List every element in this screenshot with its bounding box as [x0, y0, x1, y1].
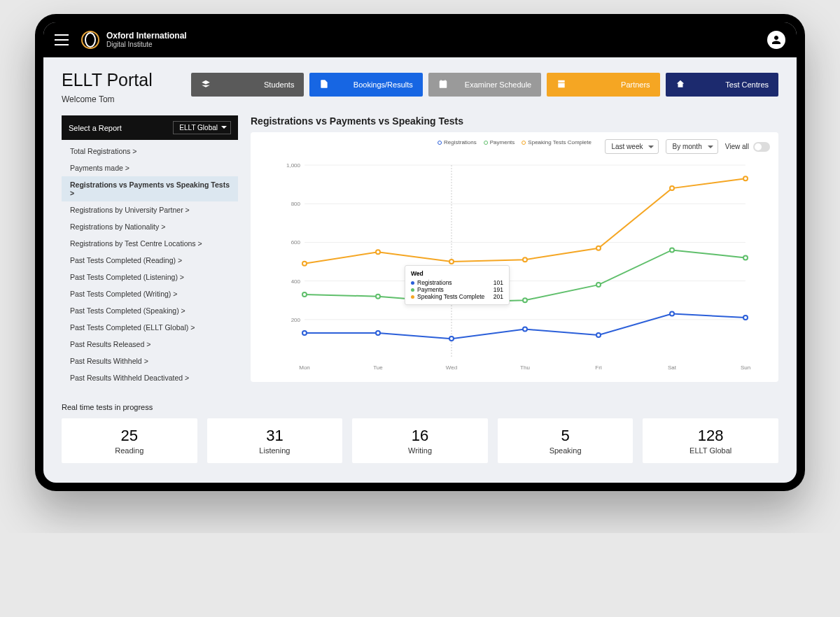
svg-point-26 [376, 295, 380, 299]
brand-line1: Oxford International [106, 31, 187, 41]
svg-text:Sat: Sat [668, 364, 677, 371]
range-select[interactable]: Last week [605, 139, 659, 154]
welcome-text: Welcome Tom [62, 94, 177, 104]
svg-point-28 [523, 298, 527, 302]
stat-number: 128 [647, 427, 774, 445]
stat-card: 128ELLT Global [643, 418, 778, 463]
svg-point-23 [670, 312, 674, 316]
svg-point-18 [302, 331, 307, 335]
stat-card: 5Speaking [498, 418, 634, 463]
nav-tab-icon [201, 79, 211, 90]
stat-label: Writing [356, 446, 484, 455]
viewall-toggle[interactable] [753, 142, 770, 152]
stat-number: 5 [502, 427, 629, 445]
sidebar-item[interactable]: Registrations by Test Centre Locations > [62, 235, 238, 252]
nav-tab-label: Bookings/Results [354, 80, 413, 89]
chart-title: Registrations vs Payments vs Speaking Te… [251, 115, 778, 127]
svg-point-30 [670, 248, 674, 252]
svg-point-25 [302, 292, 307, 297]
nav-tab-label: Partners [621, 80, 650, 89]
sidebar-title: Select a Report [69, 124, 122, 132]
nav-tab-test-centres[interactable]: Test Centres [666, 73, 778, 97]
tooltip-row: Payments191 [411, 286, 503, 293]
sidebar-item[interactable]: Past Results Released > [62, 336, 238, 353]
svg-text:Tue: Tue [373, 364, 383, 371]
stat-label: Listening [211, 446, 339, 455]
svg-point-33 [376, 250, 380, 254]
nav-tab-icon [556, 79, 566, 90]
nav-tab-icon [438, 79, 448, 90]
account-icon[interactable] [767, 31, 785, 49]
svg-text:1,000: 1,000 [286, 162, 301, 169]
stats-title: Real time tests in progress [62, 403, 778, 411]
svg-point-35 [523, 257, 527, 262]
stat-card: 25Reading [62, 418, 197, 463]
logo-icon [81, 31, 99, 49]
svg-text:600: 600 [291, 239, 301, 246]
svg-point-38 [743, 176, 748, 180]
svg-point-24 [743, 315, 748, 320]
sidebar-item[interactable]: Registrations by Nationality > [62, 218, 238, 235]
nav-tab-icon [319, 79, 329, 90]
svg-point-19 [376, 331, 380, 335]
sidebar-item[interactable]: Past Tests Completed (Writing) > [62, 285, 238, 302]
stat-number: 16 [356, 427, 484, 445]
sidebar-item[interactable]: Past Results Withheld > [62, 353, 238, 369]
chart-card: RegistrationsPaymentsSpeaking Tests Comp… [251, 132, 778, 382]
report-sidebar: Select a Report ELLT Global Total Regist… [62, 115, 238, 389]
svg-point-32 [302, 262, 307, 266]
nav-tab-students[interactable]: Students [191, 73, 304, 97]
report-scope-select[interactable]: ELLT Global [173, 121, 231, 134]
sidebar-item[interactable]: Registrations by University Partner > [62, 201, 238, 218]
viewall-label: View all [725, 143, 749, 150]
nav-tab-label: Test Centres [725, 80, 769, 89]
svg-text:Fri: Fri [595, 364, 602, 371]
sidebar-item[interactable]: Past Tests Completed (Speaking) > [62, 302, 238, 319]
legend-item: Registrations [438, 139, 477, 146]
nav-tab-icon [676, 79, 685, 90]
tooltip-row: Speaking Tests Complete201 [411, 293, 503, 300]
sidebar-item[interactable]: Total Registrations > [62, 143, 238, 159]
svg-point-29 [596, 283, 601, 287]
svg-point-37 [670, 186, 674, 190]
stat-number: 25 [66, 427, 193, 445]
nav-tab-bookings-results[interactable]: Bookings/Results [309, 73, 422, 97]
brand-line2: Digital Institute [106, 41, 187, 48]
chart-tooltip: Wed Registrations101Payments191Speaking … [405, 265, 510, 305]
tooltip-row: Registrations101 [411, 279, 503, 286]
svg-point-21 [523, 327, 527, 332]
sidebar-item[interactable]: Past Tests Completed (ELLT Global) > [62, 319, 238, 336]
menu-icon[interactable] [55, 34, 69, 45]
stat-label: ELLT Global [647, 446, 774, 455]
group-select[interactable]: By month [666, 139, 718, 154]
tooltip-title: Wed [411, 270, 503, 277]
sidebar-item[interactable]: Past Tests Completed (Listening) > [62, 269, 238, 285]
nav-tab-examiner-schedule[interactable]: Examiner Schedule [428, 73, 541, 97]
svg-text:Thu: Thu [520, 364, 530, 371]
svg-text:800: 800 [291, 201, 301, 207]
svg-point-20 [449, 336, 454, 341]
nav-tab-partners[interactable]: Partners [547, 73, 659, 97]
stat-card: 16Writing [352, 418, 488, 463]
svg-point-36 [596, 246, 601, 250]
sidebar-item[interactable]: Payments made > [62, 159, 238, 176]
sidebar-item[interactable]: Past Results Withheld Deactivated > [62, 369, 238, 386]
svg-text:400: 400 [291, 278, 301, 285]
sidebar-item[interactable]: Past Tests Completed (Reading) > [62, 252, 238, 269]
legend-item: Payments [484, 139, 515, 146]
legend-item: Speaking Tests Complete [522, 139, 592, 146]
svg-text:Sun: Sun [741, 364, 750, 371]
svg-point-31 [743, 255, 748, 260]
stat-label: Speaking [502, 446, 629, 455]
svg-text:Wed: Wed [446, 364, 457, 371]
sidebar-item[interactable]: Registrations vs Payments vs Speaking Te… [62, 176, 238, 201]
svg-point-22 [596, 333, 601, 337]
nav-tab-label: Students [264, 80, 294, 89]
line-chart: 2004006008001,000MonTueWedThuFriSatSun [259, 158, 770, 375]
svg-text:Mon: Mon [299, 364, 310, 371]
topbar: Oxford International Digital Institute [43, 22, 797, 57]
page-title: ELLT Portal [62, 70, 177, 90]
stat-card: 31Listening [207, 418, 343, 463]
stat-label: Reading [66, 446, 193, 455]
stat-number: 31 [211, 427, 339, 445]
